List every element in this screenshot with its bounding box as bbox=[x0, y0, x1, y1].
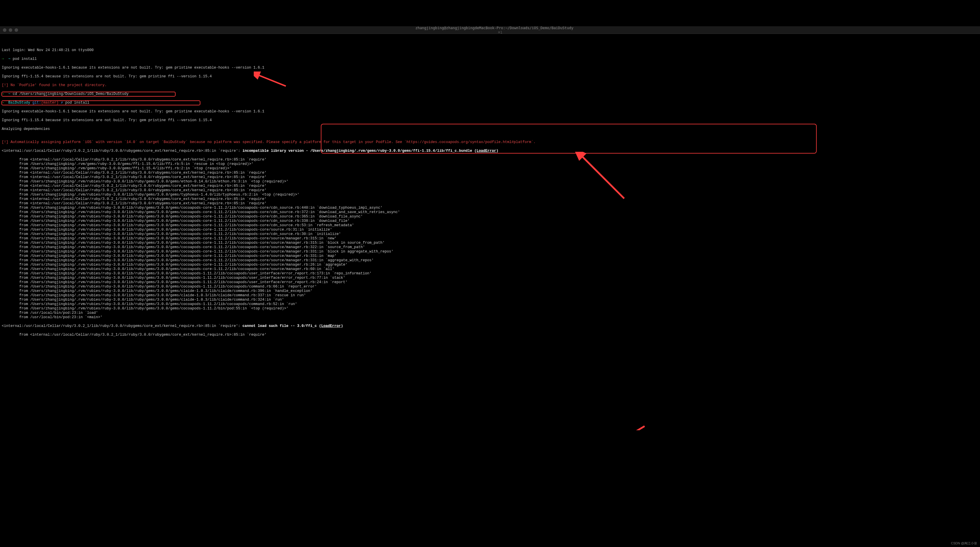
stack-trace-line: from /Users/zhangjingbing/.rvm/rubies/ru… bbox=[2, 306, 978, 311]
stack-trace-line: from /Users/zhangjingbing/.rvm/rubies/ru… bbox=[2, 298, 978, 302]
output-line: Ignoring executable-hooks-1.6.1 because … bbox=[2, 110, 978, 114]
output-line: Ignoring executable-hooks-1.6.1 because … bbox=[2, 66, 978, 70]
error-location: <internal:/usr/local/Cellar/ruby/3.0.2_1… bbox=[2, 149, 242, 153]
terminal-output[interactable]: Last login: Wed Nov 24 21:48:21 on ttys0… bbox=[0, 43, 980, 343]
window-title: zhangjingbing@zhangjingbingdeMacBook-Pro… bbox=[415, 26, 573, 30]
stack-trace-line: from /Users/zhangjingbing/.rvm/rubies/ru… bbox=[2, 193, 978, 197]
stack-trace-line: from /Users/zhangjingbing/.rvm/rubies/ru… bbox=[2, 280, 978, 285]
stack-trace-line: from /Users/zhangjingbing/.rvm/rubies/ru… bbox=[2, 285, 978, 289]
stack-trace-line: from /Users/zhangjingbing/.rvm/gems/ruby… bbox=[2, 166, 978, 171]
stack-trace-line: from <internal:/usr/local/Cellar/ruby/3.… bbox=[2, 197, 978, 201]
git-label: git: bbox=[32, 101, 41, 105]
command-text: cd /Users/zhangjingbing/Downloads/iOS_De… bbox=[11, 92, 129, 96]
annotation-box bbox=[321, 124, 817, 153]
stack-trace-line: from /Users/zhangjingbing/.rvm/rubies/ru… bbox=[2, 210, 978, 215]
stack-trace-line: from /Users/zhangjingbing/.rvm/rubies/ru… bbox=[2, 263, 978, 267]
stack-trace-line: from <internal:/usr/local/Cellar/ruby/3.… bbox=[2, 175, 978, 180]
error-close: ) bbox=[341, 324, 343, 328]
stack-trace-line: from /Users/zhangjingbing/.rvm/rubies/ru… bbox=[2, 236, 978, 241]
stack-trace-line: from /Users/zhangjingbing/.rvm/rubies/ru… bbox=[2, 241, 978, 245]
error-location: <internal:/usr/local/Cellar/ruby/3.0.2_1… bbox=[2, 324, 242, 328]
stack-trace-line: from /Users/zhangjingbing/.rvm/rubies/ru… bbox=[2, 258, 978, 263]
prompt-arrow-icon: → bbox=[2, 57, 4, 61]
stack-trace-line: from /Users/zhangjingbing/.rvm/rubies/ru… bbox=[2, 267, 978, 271]
prompt-arrow-icon: → bbox=[2, 92, 4, 96]
stack-trace-line: from /Users/zhangjingbing/.rvm/rubies/ru… bbox=[2, 219, 978, 223]
stack-trace-line: from /usr/local/bin/pod:23:in `load' bbox=[2, 311, 978, 315]
stack-trace-line: from /Users/zhangjingbing/.rvm/rubies/ru… bbox=[2, 289, 978, 293]
stack-trace-line: from /Users/zhangjingbing/.rvm/rubies/ru… bbox=[2, 232, 978, 236]
error-class: LoadError bbox=[321, 324, 341, 328]
tab-shortcut: ⌘1 bbox=[498, 30, 503, 34]
prompt-arrow-icon: → bbox=[2, 101, 4, 105]
error-message: cannot load such file -- 3.0/ffi_c ( bbox=[242, 324, 321, 328]
stack-trace-line: from /Users/zhangjingbing/.rvm/rubies/ru… bbox=[2, 228, 978, 232]
command-text: pod install bbox=[11, 57, 37, 61]
stack-trace-line: from /Users/zhangjingbing/.rvm/rubies/ru… bbox=[2, 254, 978, 258]
error-heading-line-2: <internal:/usr/local/Cellar/ruby/3.0.2_1… bbox=[2, 324, 978, 329]
output-line: Ignoring ffi-1.15.4 because its extensio… bbox=[2, 118, 978, 123]
output-line: Ignoring ffi-1.15.4 because its extensio… bbox=[2, 75, 978, 79]
stack-trace-line: from <internal:/usr/local/Cellar/ruby/3.… bbox=[2, 158, 978, 162]
window-titlebar: zhangjingbing@zhangjingbingdeMacBook-Pro… bbox=[0, 26, 980, 34]
stack-trace-line: from /Users/zhangjingbing/.rvm/rubies/ru… bbox=[2, 276, 978, 280]
stack-trace-line: from <internal:/usr/local/Cellar/ruby/3.… bbox=[2, 201, 978, 206]
command-text: pod install bbox=[63, 101, 89, 105]
svg-line-2 bbox=[601, 426, 644, 430]
stack-trace-line: from /Users/zhangjingbing/.rvm/rubies/ru… bbox=[2, 206, 978, 210]
stack-trace-line: from <internal:/usr/local/Cellar/ruby/3.… bbox=[2, 333, 978, 337]
prompt-line-3: → BaiDuStudy git:(master) ✗ pod install bbox=[2, 101, 978, 105]
prompt-line-1: → ~ pod install bbox=[2, 57, 978, 61]
stack-trace-line: from /Users/zhangjingbing/.rvm/rubies/ru… bbox=[2, 250, 978, 254]
stack-trace-line: from /usr/local/bin/pod:23:in `<main>' bbox=[2, 315, 978, 320]
prompt-path: ~ bbox=[8, 57, 11, 61]
last-login-line: Last login: Wed Nov 24 21:48:21 on ttys0… bbox=[2, 48, 978, 53]
stack-trace-line: from <internal:/usr/local/Cellar/ruby/3.… bbox=[2, 188, 978, 193]
stack-trace-line: from /Users/zhangjingbing/.rvm/rubies/ru… bbox=[2, 223, 978, 228]
stack-trace-line: from /Users/zhangjingbing/.rvm/rubies/ru… bbox=[2, 271, 978, 276]
git-dirty-icon: ✗ bbox=[59, 101, 63, 105]
stack-trace-line: from /Users/zhangjingbing/.rvm/rubies/ru… bbox=[2, 245, 978, 250]
prompt-dir: BaiDuStudy bbox=[8, 101, 30, 105]
stack-trace-line: from /Users/zhangjingbing/.rvm/gems/ruby… bbox=[2, 162, 978, 166]
stack-trace-line: from /Users/zhangjingbing/.rvm/rubies/ru… bbox=[2, 302, 978, 306]
stack-trace-line: from /Users/zhangjingbing/.rvm/rubies/ru… bbox=[2, 293, 978, 298]
error-line: [!] No `Podfile' found in the project di… bbox=[2, 83, 978, 88]
git-branch: (master) bbox=[41, 101, 59, 105]
annotation-arrow-icon bbox=[595, 423, 648, 430]
prompt-line-2: → ~ cd /Users/zhangjingbing/Downloads/iO… bbox=[2, 92, 978, 96]
stack-trace-line: from <internal:/usr/local/Cellar/ruby/3.… bbox=[2, 184, 978, 188]
stack-trace-line: from /Users/zhangjingbing/.rvm/rubies/ru… bbox=[2, 180, 978, 184]
stack-trace-line: from <internal:/usr/local/Cellar/ruby/3.… bbox=[2, 171, 978, 175]
prompt-path: ~ bbox=[8, 92, 11, 96]
stack-trace-line: from /Users/zhangjingbing/.rvm/rubies/ru… bbox=[2, 215, 978, 219]
